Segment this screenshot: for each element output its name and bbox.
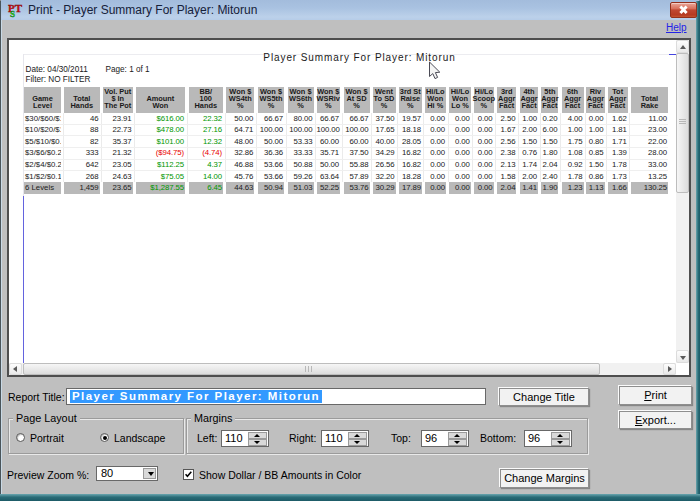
svg-text:S: S xyxy=(10,9,15,18)
